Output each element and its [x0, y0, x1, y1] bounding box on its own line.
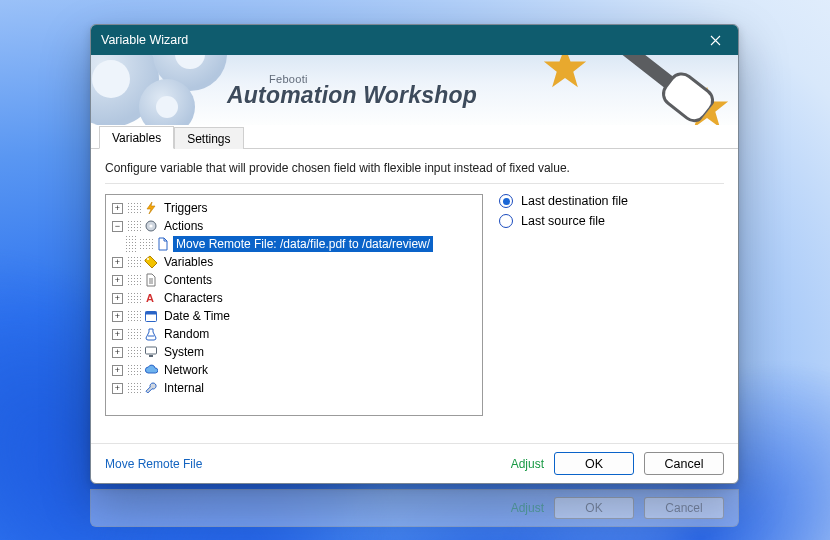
- tree-label: Actions: [161, 218, 206, 234]
- wrench-icon: [143, 380, 159, 396]
- svg-point-6: [149, 224, 152, 227]
- expand-toggle[interactable]: +: [112, 347, 123, 358]
- background-dialog-shadow: Adjust OK Cancel: [90, 489, 739, 527]
- cancel-button[interactable]: Cancel: [644, 452, 724, 475]
- tab-label: Settings: [187, 132, 230, 146]
- tab-settings[interactable]: Settings: [174, 127, 243, 149]
- tree-label: Random: [161, 326, 212, 342]
- tab-variables[interactable]: Variables: [99, 126, 174, 149]
- svg-rect-12: [149, 355, 153, 357]
- expand-toggle[interactable]: +: [112, 311, 123, 322]
- context-help-link[interactable]: Move Remote File: [105, 457, 202, 471]
- expand-toggle[interactable]: +: [112, 365, 123, 376]
- tree-node-datetime[interactable]: + Date & Time: [112, 307, 478, 325]
- svg-rect-11: [146, 347, 157, 354]
- gear-icon: [143, 218, 159, 234]
- banner: Febooti Automation Workshop: [91, 55, 738, 125]
- tree-node-network[interactable]: + Network: [112, 361, 478, 379]
- tree-label: Contents: [161, 272, 215, 288]
- tab-label: Variables: [112, 131, 161, 145]
- tree-label: Characters: [161, 290, 226, 306]
- svg-rect-10: [146, 312, 157, 315]
- tree-label: Network: [161, 362, 211, 378]
- expand-toggle[interactable]: +: [112, 203, 123, 214]
- tree-label: Triggers: [161, 200, 211, 216]
- expand-toggle[interactable]: +: [112, 329, 123, 340]
- radio-icon: [499, 214, 513, 228]
- ok-button[interactable]: OK: [554, 452, 634, 475]
- tree-label: Variables: [161, 254, 216, 270]
- monitor-icon: [143, 344, 159, 360]
- expand-toggle[interactable]: +: [112, 275, 123, 286]
- expand-toggle[interactable]: +: [112, 293, 123, 304]
- tree-node-variables[interactable]: + Variables: [112, 253, 478, 271]
- window-title: Variable Wizard: [101, 33, 188, 47]
- radio-label: Last source file: [521, 214, 605, 228]
- options-pane: Last destination file Last source file: [499, 194, 724, 437]
- svg-marker-4: [147, 202, 155, 214]
- close-button[interactable]: [700, 30, 730, 50]
- calendar-icon: [143, 308, 159, 324]
- collapse-toggle[interactable]: −: [112, 221, 123, 232]
- expand-toggle[interactable]: +: [112, 257, 123, 268]
- document-icon: [143, 272, 159, 288]
- tree-node-characters[interactable]: + A Characters: [112, 289, 478, 307]
- letter-a-icon: A: [143, 290, 159, 306]
- radio-label: Last destination file: [521, 194, 628, 208]
- radio-icon: [499, 194, 513, 208]
- bolt-icon: [143, 200, 159, 216]
- description-text: Configure variable that will provide cho…: [105, 161, 724, 175]
- tree-node-internal[interactable]: + Internal: [112, 379, 478, 397]
- tabstrip: Variables Settings: [91, 125, 738, 149]
- cloud-icon: [143, 362, 159, 378]
- tree-node-random[interactable]: + Random: [112, 325, 478, 343]
- tree-node-actions[interactable]: − Actions: [112, 217, 478, 235]
- tree-label: Internal: [161, 380, 207, 396]
- tree-node-system[interactable]: + System: [112, 343, 478, 361]
- tree-label-selected: Move Remote File: /data/file.pdf to /dat…: [173, 236, 433, 252]
- radio-last-destination-file[interactable]: Last destination file: [499, 194, 724, 208]
- adjust-link[interactable]: Adjust: [511, 457, 544, 471]
- dialog-footer: Move Remote File Adjust OK Cancel: [91, 443, 738, 483]
- tree-node-move-remote-file[interactable]: Move Remote File: /data/file.pdf to /dat…: [126, 235, 478, 253]
- star-icon: [542, 55, 588, 91]
- tree-label: Date & Time: [161, 308, 233, 324]
- flask-icon: [143, 326, 159, 342]
- svg-point-7: [147, 258, 149, 260]
- expand-toggle[interactable]: +: [112, 383, 123, 394]
- svg-marker-0: [544, 55, 586, 87]
- tree-label: System: [161, 344, 207, 360]
- brand-name: Automation Workshop: [227, 82, 477, 109]
- dialog-window: Variable Wizard Febooti Automation Works…: [90, 24, 739, 484]
- file-icon: [155, 236, 171, 252]
- tag-icon: [143, 254, 159, 270]
- close-icon: [710, 35, 721, 46]
- tree-node-contents[interactable]: + Contents: [112, 271, 478, 289]
- svg-text:A: A: [146, 292, 154, 304]
- variable-tree[interactable]: + Triggers − Actions Move Remote File: /…: [105, 194, 483, 416]
- titlebar: Variable Wizard: [91, 25, 738, 55]
- radio-last-source-file[interactable]: Last source file: [499, 214, 724, 228]
- tree-node-triggers[interactable]: + Triggers: [112, 199, 478, 217]
